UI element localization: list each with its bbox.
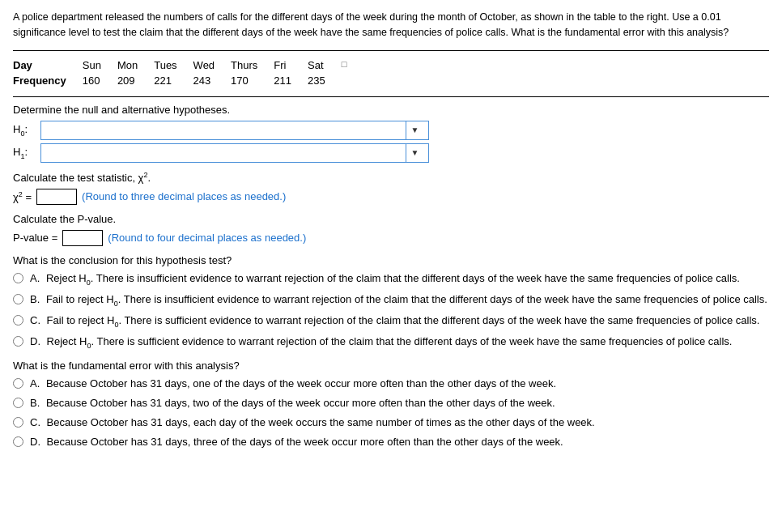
fundamental-radio-a[interactable] xyxy=(13,378,23,389)
top-divider xyxy=(13,50,769,51)
h0-input[interactable] xyxy=(41,121,406,139)
frequency-table: Day Sun Mon Tues Wed Thurs Fri Sat □ Fre… xyxy=(13,57,363,88)
fundamental-option-b: B. Because October has 31 days, two of t… xyxy=(13,396,769,411)
h0-label: H0: xyxy=(13,123,36,138)
question-text: A police department released the numbers… xyxy=(13,10,769,40)
thurs-value: 170 xyxy=(231,73,274,88)
h0-input-wrapper[interactable]: ▼ xyxy=(40,121,429,140)
day-label: Day xyxy=(13,57,83,73)
test-statistic-label: Calculate the test statistic, χ2. xyxy=(13,171,769,184)
h1-input[interactable] xyxy=(41,144,406,162)
chi-sq-input[interactable] xyxy=(36,189,77,205)
data-table-section: Day Sun Mon Tues Wed Thurs Fri Sat □ Fre… xyxy=(13,57,769,88)
fundamental-error-section: What is the fundamental error with this … xyxy=(13,360,769,450)
h1-input-wrapper[interactable]: ▼ xyxy=(40,143,429,163)
conclusion-radio-b[interactable] xyxy=(13,294,23,304)
sun-value: 160 xyxy=(83,73,117,88)
sun-header: Sun xyxy=(83,57,117,73)
conclusion-option-d-text: D. Reject H0. There is sufficient eviden… xyxy=(30,334,732,351)
conclusion-option-d: D. Reject H0. There is sufficient eviden… xyxy=(13,334,769,351)
fundamental-radio-c[interactable] xyxy=(13,417,23,428)
conclusion-radio-d[interactable] xyxy=(13,336,23,347)
pvalue-input[interactable] xyxy=(62,230,103,246)
fundamental-option-d: D. Because October has 31 days, three of… xyxy=(13,435,769,449)
h1-row: H1: ▼ xyxy=(13,143,769,163)
h0-row: H0: ▼ xyxy=(13,121,769,140)
fundamental-radio-b[interactable] xyxy=(13,398,23,408)
chi-sq-label: χ2 = xyxy=(13,190,32,203)
copy-icon: □ xyxy=(342,57,363,73)
conclusion-section: What is the conclusion for this hypothes… xyxy=(13,254,769,351)
frequency-label: Frequency xyxy=(13,73,83,88)
mon-value: 209 xyxy=(117,73,154,88)
sat-header: Sat xyxy=(308,57,342,73)
fundamental-option-d-text: D. Because October has 31 days, three of… xyxy=(30,435,563,449)
tues-value: 221 xyxy=(154,73,193,88)
conclusion-label: What is the conclusion for this hypothes… xyxy=(13,254,769,266)
hypotheses-section: Determine the null and alternative hypot… xyxy=(13,104,769,163)
fundamental-radio-d[interactable] xyxy=(13,436,23,447)
fundamental-option-b-text: B. Because October has 31 days, two of t… xyxy=(30,396,555,411)
table-header-row: Day Sun Mon Tues Wed Thurs Fri Sat □ xyxy=(13,57,363,73)
conclusion-option-c: C. Fail to reject H0. There is sufficien… xyxy=(13,313,769,330)
conclusion-option-a-text: A. Reject H0. There is insufficient evid… xyxy=(30,271,740,287)
table-divider xyxy=(13,96,769,97)
h0-dropdown-arrow[interactable]: ▼ xyxy=(406,121,423,139)
sat-value: 235 xyxy=(308,73,342,88)
conclusion-option-b-text: B. Fail to reject H0. There is insuffici… xyxy=(30,292,767,309)
pvalue-hint: (Round to four decimal places as needed.… xyxy=(108,232,306,244)
tues-header: Tues xyxy=(154,57,193,73)
conclusion-option-b: B. Fail to reject H0. There is insuffici… xyxy=(13,292,769,309)
pvalue-section: Calculate the P-value. P-value = (Round … xyxy=(13,213,769,246)
conclusion-option-c-text: C. Fail to reject H0. There is sufficien… xyxy=(30,313,759,330)
fri-header: Fri xyxy=(274,57,308,73)
fri-value: 211 xyxy=(274,73,308,88)
fundamental-option-a-text: A. Because October has 31 days, one of t… xyxy=(30,377,556,391)
pvalue-label: P-value = xyxy=(13,232,57,244)
conclusion-radio-c[interactable] xyxy=(13,315,23,326)
fundamental-option-c-text: C. Because October has 31 days, each day… xyxy=(30,415,595,430)
pvalue-label-text: Calculate the P-value. xyxy=(13,213,769,225)
frequency-row: Frequency 160 209 221 243 170 211 235 xyxy=(13,73,363,88)
h1-label: H1: xyxy=(13,146,36,160)
conclusion-radio-a[interactable] xyxy=(13,273,23,283)
hypotheses-label: Determine the null and alternative hypot… xyxy=(13,104,769,116)
test-statistic-section: Calculate the test statistic, χ2. χ2 = (… xyxy=(13,171,769,205)
thurs-header: Thurs xyxy=(231,57,274,73)
pvalue-row: P-value = (Round to four decimal places … xyxy=(13,230,769,246)
conclusion-option-a: A. Reject H0. There is insufficient evid… xyxy=(13,271,769,287)
wed-value: 243 xyxy=(193,73,232,88)
wed-header: Wed xyxy=(193,57,232,73)
h1-dropdown-arrow[interactable]: ▼ xyxy=(406,144,423,162)
fundamental-option-a: A. Because October has 31 days, one of t… xyxy=(13,377,769,391)
mon-header: Mon xyxy=(117,57,154,73)
fundamental-error-label: What is the fundamental error with this … xyxy=(13,360,769,372)
fundamental-option-c: C. Because October has 31 days, each day… xyxy=(13,415,769,430)
chi-sq-hint: (Round to three decimal places as needed… xyxy=(82,190,286,202)
chi-sq-row: χ2 = (Round to three decimal places as n… xyxy=(13,189,769,205)
